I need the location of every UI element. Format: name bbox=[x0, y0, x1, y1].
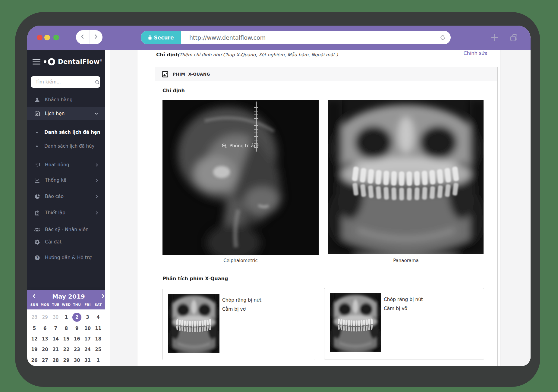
chart-icon bbox=[34, 177, 40, 183]
analysis-card[interactable]: Chóp răng bị nứtCằm bị vỡ bbox=[324, 288, 484, 359]
sidebar-item-danh-s-ch-l-ch-h-y[interactable]: Danh sách lịch đã hủy bbox=[27, 140, 105, 152]
sidebar-item-l-ch-h-n[interactable]: Lịch hẹn bbox=[27, 107, 105, 120]
chevron-right-icon bbox=[96, 178, 98, 182]
panorama-xray-image[interactable] bbox=[328, 100, 484, 254]
analysis-line-2: Cằm bị vỡ bbox=[384, 306, 407, 311]
calendar-day-16[interactable]: 16 bbox=[71, 334, 82, 343]
sidebar-item-label: Hướng dẫn & Hỗ trợ bbox=[45, 255, 92, 260]
new-tab-button[interactable] bbox=[490, 33, 499, 42]
analysis-line-2: Cằm bị vỡ bbox=[222, 306, 246, 312]
tabs-overview-button[interactable] bbox=[510, 34, 518, 42]
minimize-window-button[interactable] bbox=[44, 35, 50, 40]
sidebar-item-ho-t-ng[interactable]: Hoạt động bbox=[27, 158, 105, 171]
calendar-day-28[interactable]: 28 bbox=[29, 313, 40, 322]
back-button[interactable] bbox=[76, 30, 89, 44]
calendar-day-3[interactable]: 3 bbox=[82, 313, 93, 322]
calendar-day-30[interactable]: 30 bbox=[71, 356, 82, 365]
calendar-day-30[interactable]: 30 bbox=[50, 313, 61, 322]
people-icon bbox=[34, 227, 40, 232]
calendar-day-23[interactable]: 23 bbox=[71, 345, 82, 354]
sidebar: DentalFlow® Khách hàngLịch hẹnDanh sách … bbox=[27, 50, 105, 366]
calendar-day-11[interactable]: 11 bbox=[93, 324, 104, 333]
secure-badge: Secure bbox=[141, 31, 181, 44]
calendar-day-26[interactable]: 26 bbox=[29, 356, 40, 365]
calendar-day-13[interactable]: 13 bbox=[39, 334, 50, 343]
calendar-day-20[interactable]: 20 bbox=[39, 345, 50, 354]
edit-link[interactable]: Chỉnh sửa bbox=[464, 50, 487, 56]
calendar-weekday-label: MON bbox=[39, 303, 50, 306]
calendar-day-19[interactable]: 19 bbox=[29, 345, 40, 354]
search-icon bbox=[95, 80, 100, 85]
calendar-day-22[interactable]: 22 bbox=[61, 345, 72, 354]
page: Chỉ định (Thêm chỉ định như Chụp X-Quang… bbox=[137, 50, 500, 366]
sidebar-item-b-o-c-o[interactable]: Báo cáo bbox=[27, 190, 105, 203]
lock-icon bbox=[148, 35, 152, 40]
nav-button-group bbox=[76, 30, 102, 44]
calendar-day-12[interactable]: 12 bbox=[29, 334, 40, 343]
calendar-day-31[interactable]: 31 bbox=[82, 356, 93, 365]
main-content: Chỉ định (Thêm chỉ định như Chụp X-Quang… bbox=[105, 50, 531, 366]
calendar-day-9[interactable]: 9 bbox=[71, 324, 82, 333]
sidebar-item-label: Thống kê bbox=[45, 177, 66, 183]
calendar-day-21[interactable]: 21 bbox=[50, 345, 61, 354]
sidebar-item-label: Bác sỹ - Nhân viên bbox=[45, 227, 89, 232]
calendar-day-10[interactable]: 10 bbox=[82, 324, 93, 333]
calendar-day-29[interactable]: 29 bbox=[39, 313, 50, 322]
calendar-day-18[interactable]: 18 bbox=[93, 334, 104, 343]
analysis-line-1: Chóp răng bị nứt bbox=[384, 297, 423, 302]
calendar-day-27[interactable]: 27 bbox=[39, 356, 50, 365]
calendar-day-1[interactable]: 1 bbox=[93, 356, 104, 365]
calendar-day-1[interactable]: 1 bbox=[61, 313, 72, 322]
calendar-day-24[interactable]: 24 bbox=[82, 345, 93, 354]
search-input[interactable] bbox=[35, 79, 95, 85]
sidebar-item-c-i-t[interactable]: Cài đặt bbox=[27, 235, 105, 249]
calendar-day-15[interactable]: 15 bbox=[61, 334, 72, 343]
calendar-day-29[interactable]: 29 bbox=[61, 356, 72, 365]
caption-cephalometric: Celphalometric bbox=[162, 258, 319, 263]
analysis-card[interactable]: Chóp răng bị nứtCằm bị vỡ bbox=[162, 289, 315, 360]
calendar-weekday-label: THU bbox=[71, 303, 82, 306]
xray-thumbnail[interactable] bbox=[168, 294, 219, 353]
calendar-day-25[interactable]: 25 bbox=[93, 345, 104, 354]
chevron-left-icon bbox=[81, 34, 84, 40]
bullet-icon bbox=[36, 146, 38, 147]
calendar-day-2[interactable]: 2 bbox=[71, 313, 82, 322]
sidebar-item-label: Hoạt động bbox=[45, 162, 69, 168]
sidebar-item-h-ng-d-n-h-tr-[interactable]: ?Hướng dẫn & Hỗ trợ bbox=[27, 251, 105, 264]
sidebar-item-kh-ch-h-ng[interactable]: Khách hàng bbox=[27, 93, 105, 106]
sidebar-item-th-ng-k-[interactable]: Thống kê bbox=[27, 174, 105, 187]
xray-thumbnail[interactable] bbox=[330, 293, 381, 352]
calendar-day-4[interactable]: 4 bbox=[93, 313, 104, 322]
chevron-right-icon bbox=[102, 294, 105, 300]
calendar-month-title: May 2019 bbox=[27, 293, 110, 300]
caption-panorama: Panaorama bbox=[328, 258, 484, 263]
address-bar[interactable]: Secure http://www.dentalflow.com bbox=[141, 31, 451, 44]
forward-button[interactable] bbox=[89, 30, 103, 44]
xray-panel: PHIM X-QUANG Chỉ định Phóng to ảnh Celph… bbox=[155, 67, 498, 366]
menu-toggle-button[interactable] bbox=[33, 59, 40, 66]
plus-icon bbox=[490, 33, 499, 42]
xray-panel-title: PHIM X-QUANG bbox=[173, 72, 210, 77]
calendar-next-button[interactable] bbox=[102, 294, 105, 300]
calendar-day-6[interactable]: 6 bbox=[39, 324, 50, 333]
calendar-day-17[interactable]: 17 bbox=[82, 334, 93, 343]
calendar-day-5[interactable]: 5 bbox=[29, 324, 40, 333]
calendar-day-14[interactable]: 14 bbox=[50, 334, 61, 343]
calendar-day-8[interactable]: 8 bbox=[61, 324, 72, 333]
close-window-button[interactable] bbox=[37, 35, 43, 40]
calendar-day-7[interactable]: 7 bbox=[50, 324, 61, 333]
sidebar-item-thi-t-l-p[interactable]: Thiết lập bbox=[27, 206, 105, 219]
gear-icon bbox=[34, 239, 40, 245]
brand-name: DentalFlow® bbox=[58, 58, 102, 65]
calendar-day-28[interactable]: 28 bbox=[50, 356, 61, 365]
maximize-window-button[interactable] bbox=[53, 35, 59, 40]
url-text[interactable]: http://www.dentalflow.com bbox=[189, 34, 440, 41]
chevron-right-icon bbox=[96, 211, 98, 215]
reload-button[interactable] bbox=[440, 34, 446, 41]
cephalometric-xray-image[interactable] bbox=[162, 100, 319, 255]
sidebar-item-danh-s-ch-l-ch-h-n[interactable]: Danh sách lịch đã hẹn bbox=[27, 126, 105, 138]
browser-chrome: Secure http://www.dentalflow.com bbox=[27, 26, 531, 50]
page-subtitle-note: (Thêm chỉ định như Chụp X-Quang, Xét ngh… bbox=[178, 52, 338, 58]
logo-dot-icon bbox=[44, 60, 46, 63]
sidebar-item-b-c-s-nh-n-vi-n[interactable]: Bác sỹ - Nhân viên bbox=[27, 223, 105, 236]
